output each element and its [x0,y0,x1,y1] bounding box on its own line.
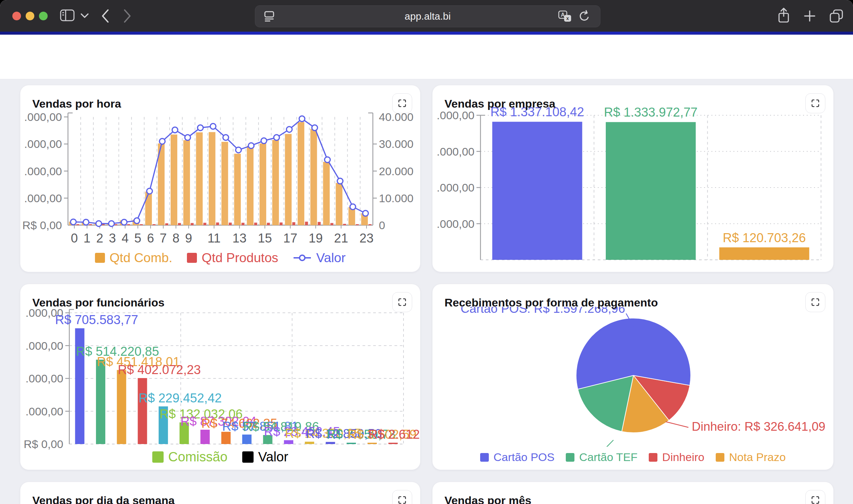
svg-text:Dinheiro: R$ 326.641,09: Dinheiro: R$ 326.641,09 [692,420,825,433]
expand-button[interactable] [805,93,825,113]
window-minimize-button[interactable] [26,12,34,20]
svg-text:9: 9 [185,231,192,245]
expand-button[interactable] [392,490,412,504]
fullscreen-icon [811,298,820,307]
card-title: Vendas por hora [32,97,121,110]
color-swatch [480,453,489,462]
svg-text:23: 23 [359,231,374,245]
svg-text:R$ 705.583,77: R$ 705.583,77 [55,313,138,327]
svg-text:.000,00: .000,00 [24,165,62,178]
window-zoom-button[interactable] [39,12,48,20]
svg-text:21: 21 [334,231,348,245]
svg-text:8: 8 [172,231,179,245]
fullscreen-icon [397,298,407,307]
color-swatch [716,453,724,462]
color-swatch [152,451,164,463]
svg-text:R$ 2.612,95: R$ 2.612,95 [369,427,420,442]
share-icon[interactable] [777,7,790,24]
card-vendas-por-dia-da-semana: Vendas por dia da semana [20,482,421,504]
svg-text:4: 4 [122,231,129,245]
card-title: Vendas por dia da semana [32,494,175,504]
svg-text:.000,00: .000,00 [437,109,475,122]
reload-icon[interactable] [578,10,591,23]
color-swatch [566,453,574,462]
svg-text:7: 7 [160,231,166,245]
svg-text:R$ 0,00: R$ 0,00 [24,438,63,450]
fullscreen-icon [397,98,407,108]
svg-text:1: 1 [84,231,91,245]
svg-text:11: 11 [208,231,220,245]
legend-label: Valor [258,449,288,464]
svg-text:6: 6 [147,231,154,245]
svg-text:20.000: 20.000 [379,165,413,178]
legend-item-dinheiro[interactable]: Dinheiro [649,451,705,464]
svg-text:R$ 229.452,42: R$ 229.452,42 [139,391,221,405]
vendas-por-hora-chart: R$ 0,00.000,00.000,00.000,00.000,00010.0… [20,85,420,272]
svg-text:3: 3 [109,231,116,245]
sidebar-chevron-icon[interactable] [80,13,89,19]
legend-label: Cartão POS [494,451,554,464]
color-swatch [242,451,253,463]
card-title: Vendas por funcionários [32,296,165,309]
svg-text:19: 19 [308,231,322,245]
card-title: Vendas por empresa [444,97,555,110]
url-text: app.alta.bi [255,11,600,22]
fullscreen-icon [811,98,820,108]
legend-item-valor[interactable]: Valor [293,251,345,265]
forward-button-icon[interactable] [123,9,132,23]
color-swatch [649,453,657,462]
svg-text:.000,00: .000,00 [437,217,475,230]
legend-item-cart-o-pos[interactable]: Cartão POS [480,451,554,464]
svg-text:x: x [566,16,569,21]
window-close-button[interactable] [12,12,21,20]
card-vendas-por-mes: Vendas por mês [432,482,834,504]
svg-text:.000,00: .000,00 [24,192,62,204]
new-tab-icon[interactable] [804,10,816,22]
svg-text:.000,00: .000,00 [437,145,475,158]
legend-item-qtd-produtos[interactable]: Qtd Produtos [187,251,278,265]
dashboard: R$ 0,00.000,00.000,00.000,00.000,00010.0… [0,79,853,504]
vendas-por-empresa-chart: .000,00.000,00.000,00.000,00R$ 1.337.108… [432,85,833,272]
tab-overview-icon[interactable] [829,9,844,23]
expand-button[interactable] [392,93,412,113]
legend-label: Valor [316,251,345,265]
expand-button[interactable] [805,292,825,312]
svg-text:2: 2 [96,231,103,245]
legend-item-comiss-o[interactable]: Comissão [152,449,228,464]
recebimentos-legend[interactable]: Cartão POSCartão TEFDinheiroNota Prazo [432,451,833,464]
legend-item-qtd-comb-[interactable]: Qtd Comb. [95,251,173,265]
svg-text:.000,00: .000,00 [26,339,63,352]
svg-text:5: 5 [134,231,141,245]
sidebar-toggle-icon[interactable] [59,8,76,23]
card-vendas-por-hora: R$ 0,00.000,00.000,00.000,00.000,00010.0… [20,85,421,272]
vendas-por-hora-legend[interactable]: Qtd Comb.Qtd ProdutosValor [20,251,420,265]
browser-chrome: app.alta.bi A x [0,0,853,32]
svg-text:.000,00: .000,00 [24,111,62,123]
fullscreen-icon [811,495,820,504]
translate-icon[interactable]: A x [558,10,572,23]
svg-text:.000,00: .000,00 [437,181,475,194]
svg-text:R$ 0,00: R$ 0,00 [22,219,62,232]
svg-text:17: 17 [283,231,297,245]
legend-item-valor[interactable]: Valor [242,449,288,464]
expand-button[interactable] [805,490,825,504]
url-bar[interactable]: app.alta.bi A x [255,5,601,27]
legend-label: Nota Prazo [729,451,786,464]
svg-text:.000,00: .000,00 [26,372,63,385]
legend-label: Comissão [168,449,228,464]
svg-text:R$ 402.072,23: R$ 402.072,23 [118,363,200,377]
back-button-icon[interactable] [100,9,110,23]
line-swatch-icon [293,253,312,263]
svg-text:.000,00: .000,00 [26,405,63,418]
legend-label: Cartão TEF [579,451,637,464]
legend-item-nota-prazo[interactable]: Nota Prazo [716,451,786,464]
legend-label: Qtd Produtos [201,251,278,265]
recebimentos-pie-chart: Cartão POS: R$ 1.597.268,96Dinheiro: R$ … [432,307,833,447]
legend-label: Qtd Comb. [110,251,173,265]
svg-text:.000,00: .000,00 [24,138,62,150]
legend-item-cart-o-tef[interactable]: Cartão TEF [566,451,637,464]
expand-button[interactable] [392,292,412,312]
svg-text:0: 0 [379,219,385,232]
vendas-por-funcionarios-legend[interactable]: ComissãoValor [20,449,420,464]
app-header: ALTA .bi Conectado como Aurora / Grupo E… [0,35,853,79]
